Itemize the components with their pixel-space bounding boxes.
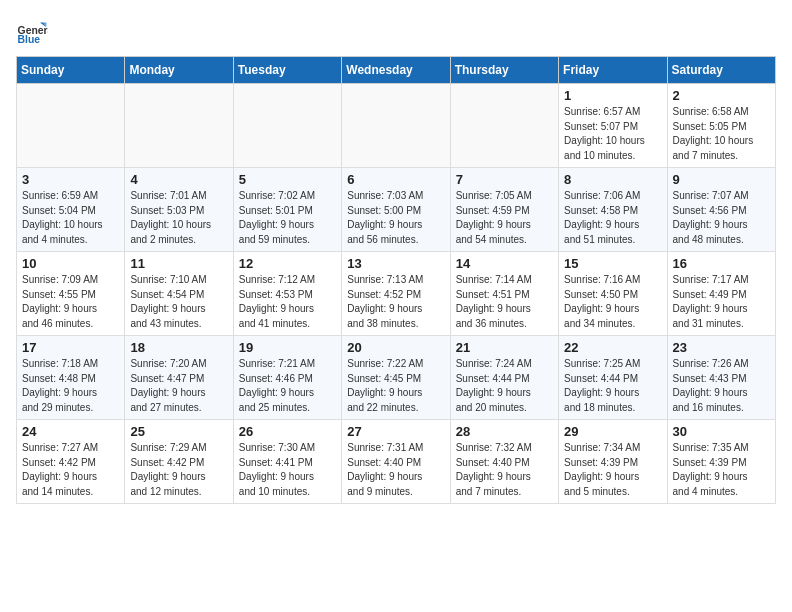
calendar-cell: 3Sunrise: 6:59 AM Sunset: 5:04 PM Daylig…	[17, 168, 125, 252]
day-number: 12	[239, 256, 336, 271]
calendar-cell: 21Sunrise: 7:24 AM Sunset: 4:44 PM Dayli…	[450, 336, 558, 420]
calendar-body: 1Sunrise: 6:57 AM Sunset: 5:07 PM Daylig…	[17, 84, 776, 504]
calendar-cell: 27Sunrise: 7:31 AM Sunset: 4:40 PM Dayli…	[342, 420, 450, 504]
calendar-cell: 25Sunrise: 7:29 AM Sunset: 4:42 PM Dayli…	[125, 420, 233, 504]
calendar-cell: 10Sunrise: 7:09 AM Sunset: 4:55 PM Dayli…	[17, 252, 125, 336]
day-info: Sunrise: 7:02 AM Sunset: 5:01 PM Dayligh…	[239, 189, 336, 247]
day-info: Sunrise: 7:09 AM Sunset: 4:55 PM Dayligh…	[22, 273, 119, 331]
day-number: 6	[347, 172, 444, 187]
day-info: Sunrise: 7:32 AM Sunset: 4:40 PM Dayligh…	[456, 441, 553, 499]
day-info: Sunrise: 6:59 AM Sunset: 5:04 PM Dayligh…	[22, 189, 119, 247]
calendar-cell: 30Sunrise: 7:35 AM Sunset: 4:39 PM Dayli…	[667, 420, 775, 504]
calendar-cell: 22Sunrise: 7:25 AM Sunset: 4:44 PM Dayli…	[559, 336, 667, 420]
calendar-cell	[17, 84, 125, 168]
calendar-cell: 12Sunrise: 7:12 AM Sunset: 4:53 PM Dayli…	[233, 252, 341, 336]
day-number: 19	[239, 340, 336, 355]
svg-text:Blue: Blue	[18, 34, 41, 45]
day-info: Sunrise: 7:24 AM Sunset: 4:44 PM Dayligh…	[456, 357, 553, 415]
day-info: Sunrise: 7:34 AM Sunset: 4:39 PM Dayligh…	[564, 441, 661, 499]
calendar-cell: 24Sunrise: 7:27 AM Sunset: 4:42 PM Dayli…	[17, 420, 125, 504]
day-info: Sunrise: 7:26 AM Sunset: 4:43 PM Dayligh…	[673, 357, 770, 415]
day-number: 10	[22, 256, 119, 271]
day-info: Sunrise: 7:31 AM Sunset: 4:40 PM Dayligh…	[347, 441, 444, 499]
calendar-cell: 17Sunrise: 7:18 AM Sunset: 4:48 PM Dayli…	[17, 336, 125, 420]
calendar-cell: 29Sunrise: 7:34 AM Sunset: 4:39 PM Dayli…	[559, 420, 667, 504]
day-info: Sunrise: 7:13 AM Sunset: 4:52 PM Dayligh…	[347, 273, 444, 331]
day-info: Sunrise: 7:14 AM Sunset: 4:51 PM Dayligh…	[456, 273, 553, 331]
day-info: Sunrise: 7:27 AM Sunset: 4:42 PM Dayligh…	[22, 441, 119, 499]
calendar-cell: 23Sunrise: 7:26 AM Sunset: 4:43 PM Dayli…	[667, 336, 775, 420]
day-number: 25	[130, 424, 227, 439]
day-number: 14	[456, 256, 553, 271]
weekday-friday: Friday	[559, 57, 667, 84]
day-number: 3	[22, 172, 119, 187]
logo-icon: General Blue	[16, 16, 48, 48]
calendar-cell: 19Sunrise: 7:21 AM Sunset: 4:46 PM Dayli…	[233, 336, 341, 420]
calendar-cell: 18Sunrise: 7:20 AM Sunset: 4:47 PM Dayli…	[125, 336, 233, 420]
weekday-monday: Monday	[125, 57, 233, 84]
day-number: 20	[347, 340, 444, 355]
day-info: Sunrise: 7:07 AM Sunset: 4:56 PM Dayligh…	[673, 189, 770, 247]
calendar-cell: 14Sunrise: 7:14 AM Sunset: 4:51 PM Dayli…	[450, 252, 558, 336]
calendar-cell: 7Sunrise: 7:05 AM Sunset: 4:59 PM Daylig…	[450, 168, 558, 252]
day-info: Sunrise: 7:35 AM Sunset: 4:39 PM Dayligh…	[673, 441, 770, 499]
day-number: 22	[564, 340, 661, 355]
calendar-cell	[450, 84, 558, 168]
calendar-cell: 13Sunrise: 7:13 AM Sunset: 4:52 PM Dayli…	[342, 252, 450, 336]
day-number: 15	[564, 256, 661, 271]
calendar-cell: 15Sunrise: 7:16 AM Sunset: 4:50 PM Dayli…	[559, 252, 667, 336]
day-number: 23	[673, 340, 770, 355]
calendar-cell: 8Sunrise: 7:06 AM Sunset: 4:58 PM Daylig…	[559, 168, 667, 252]
day-info: Sunrise: 6:58 AM Sunset: 5:05 PM Dayligh…	[673, 105, 770, 163]
calendar-cell: 1Sunrise: 6:57 AM Sunset: 5:07 PM Daylig…	[559, 84, 667, 168]
weekday-tuesday: Tuesday	[233, 57, 341, 84]
day-number: 5	[239, 172, 336, 187]
day-info: Sunrise: 7:21 AM Sunset: 4:46 PM Dayligh…	[239, 357, 336, 415]
week-row-2: 3Sunrise: 6:59 AM Sunset: 5:04 PM Daylig…	[17, 168, 776, 252]
calendar-table: SundayMondayTuesdayWednesdayThursdayFrid…	[16, 56, 776, 504]
day-number: 2	[673, 88, 770, 103]
day-number: 16	[673, 256, 770, 271]
day-number: 18	[130, 340, 227, 355]
day-info: Sunrise: 7:30 AM Sunset: 4:41 PM Dayligh…	[239, 441, 336, 499]
week-row-5: 24Sunrise: 7:27 AM Sunset: 4:42 PM Dayli…	[17, 420, 776, 504]
day-info: Sunrise: 7:29 AM Sunset: 4:42 PM Dayligh…	[130, 441, 227, 499]
day-info: Sunrise: 7:17 AM Sunset: 4:49 PM Dayligh…	[673, 273, 770, 331]
day-info: Sunrise: 7:18 AM Sunset: 4:48 PM Dayligh…	[22, 357, 119, 415]
calendar-cell: 16Sunrise: 7:17 AM Sunset: 4:49 PM Dayli…	[667, 252, 775, 336]
day-number: 29	[564, 424, 661, 439]
calendar-cell: 2Sunrise: 6:58 AM Sunset: 5:05 PM Daylig…	[667, 84, 775, 168]
calendar-cell: 6Sunrise: 7:03 AM Sunset: 5:00 PM Daylig…	[342, 168, 450, 252]
day-number: 26	[239, 424, 336, 439]
day-number: 17	[22, 340, 119, 355]
day-info: Sunrise: 7:16 AM Sunset: 4:50 PM Dayligh…	[564, 273, 661, 331]
day-info: Sunrise: 7:10 AM Sunset: 4:54 PM Dayligh…	[130, 273, 227, 331]
day-number: 24	[22, 424, 119, 439]
weekday-thursday: Thursday	[450, 57, 558, 84]
day-number: 8	[564, 172, 661, 187]
day-number: 27	[347, 424, 444, 439]
day-number: 13	[347, 256, 444, 271]
day-number: 1	[564, 88, 661, 103]
week-row-4: 17Sunrise: 7:18 AM Sunset: 4:48 PM Dayli…	[17, 336, 776, 420]
day-info: Sunrise: 6:57 AM Sunset: 5:07 PM Dayligh…	[564, 105, 661, 163]
day-info: Sunrise: 7:22 AM Sunset: 4:45 PM Dayligh…	[347, 357, 444, 415]
calendar-cell	[125, 84, 233, 168]
calendar-cell	[233, 84, 341, 168]
day-number: 28	[456, 424, 553, 439]
day-info: Sunrise: 7:03 AM Sunset: 5:00 PM Dayligh…	[347, 189, 444, 247]
day-info: Sunrise: 7:20 AM Sunset: 4:47 PM Dayligh…	[130, 357, 227, 415]
calendar-cell: 20Sunrise: 7:22 AM Sunset: 4:45 PM Dayli…	[342, 336, 450, 420]
day-number: 11	[130, 256, 227, 271]
calendar-cell: 28Sunrise: 7:32 AM Sunset: 4:40 PM Dayli…	[450, 420, 558, 504]
day-info: Sunrise: 7:05 AM Sunset: 4:59 PM Dayligh…	[456, 189, 553, 247]
weekday-sunday: Sunday	[17, 57, 125, 84]
week-row-3: 10Sunrise: 7:09 AM Sunset: 4:55 PM Dayli…	[17, 252, 776, 336]
calendar-cell: 11Sunrise: 7:10 AM Sunset: 4:54 PM Dayli…	[125, 252, 233, 336]
day-info: Sunrise: 7:01 AM Sunset: 5:03 PM Dayligh…	[130, 189, 227, 247]
day-number: 7	[456, 172, 553, 187]
calendar-cell: 26Sunrise: 7:30 AM Sunset: 4:41 PM Dayli…	[233, 420, 341, 504]
week-row-1: 1Sunrise: 6:57 AM Sunset: 5:07 PM Daylig…	[17, 84, 776, 168]
page-header: General Blue	[16, 16, 776, 48]
calendar-cell: 9Sunrise: 7:07 AM Sunset: 4:56 PM Daylig…	[667, 168, 775, 252]
